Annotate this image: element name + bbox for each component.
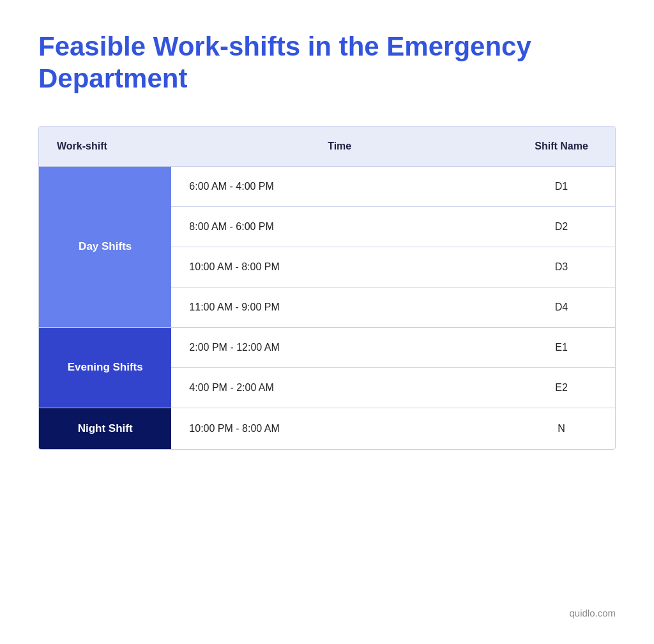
- shift-name-cell: D3: [508, 247, 615, 287]
- shifts-table: Work-shift Time Shift Name Day Shifts6:0…: [39, 126, 615, 449]
- time-cell: 4:00 PM - 2:00 AM: [171, 367, 508, 408]
- table-wrapper: Work-shift Time Shift Name Day Shifts6:0…: [38, 126, 616, 450]
- table-row: Night Shift10:00 PM - 8:00 AMN: [39, 408, 615, 449]
- shift-name-cell: D2: [508, 206, 615, 247]
- time-cell: 2:00 PM - 12:00 AM: [171, 327, 508, 367]
- time-cell: 11:00 AM - 9:00 PM: [171, 287, 508, 327]
- category-cell: Day Shifts: [39, 166, 171, 327]
- shift-name-cell: D4: [508, 287, 615, 327]
- time-cell: 10:00 PM - 8:00 AM: [171, 408, 508, 449]
- shift-name-cell: E2: [508, 367, 615, 408]
- category-cell: Evening Shifts: [39, 327, 171, 408]
- table-header-row: Work-shift Time Shift Name: [39, 126, 615, 167]
- header-time: Time: [171, 126, 508, 167]
- time-cell: 10:00 AM - 8:00 PM: [171, 247, 508, 287]
- time-cell: 8:00 AM - 6:00 PM: [171, 206, 508, 247]
- category-cell: Night Shift: [39, 408, 171, 449]
- page-title: Feasible Work-shifts in the Emergency De…: [38, 31, 536, 95]
- time-cell: 6:00 AM - 4:00 PM: [171, 166, 508, 206]
- shift-name-cell: E1: [508, 327, 615, 367]
- header-workshift: Work-shift: [39, 126, 171, 167]
- shift-name-cell: D1: [508, 166, 615, 206]
- header-shift-name: Shift Name: [508, 126, 615, 167]
- footer-brand: quidlo.com: [38, 595, 616, 618]
- table-row: Day Shifts6:00 AM - 4:00 PMD1: [39, 166, 615, 206]
- shift-name-cell: N: [508, 408, 615, 449]
- table-row: Evening Shifts2:00 PM - 12:00 AME1: [39, 327, 615, 367]
